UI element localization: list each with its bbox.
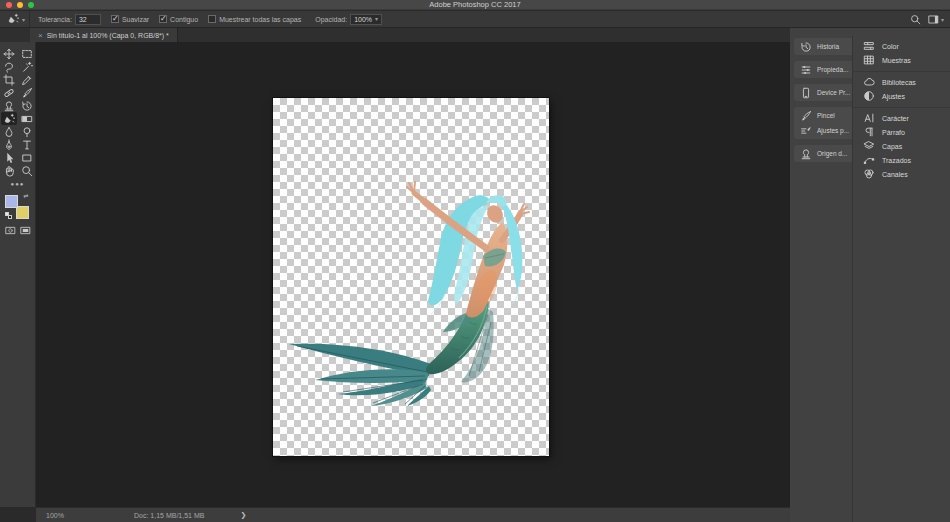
hand-icon — [3, 165, 15, 177]
clone-stamp-tool[interactable] — [1, 99, 17, 112]
lasso-icon — [3, 61, 15, 73]
workspace-switcher[interactable]: ▾ — [928, 14, 944, 25]
move-tool[interactable] — [1, 47, 17, 60]
edit-toolbar-ellipsis[interactable]: ●●● — [0, 181, 35, 187]
layers-icon — [862, 139, 876, 153]
magic-wand-tool[interactable] — [19, 60, 35, 73]
zoom-level-field[interactable]: 100% — [46, 512, 86, 519]
checkbox-suavizar[interactable]: Suavizar — [111, 15, 149, 23]
paragraph-icon — [862, 125, 876, 139]
brush-presets-icon — [799, 124, 813, 138]
history-brush-tool[interactable] — [19, 99, 35, 112]
color-icon — [862, 39, 876, 53]
tool-grid — [0, 47, 35, 177]
quick-mask-icon[interactable] — [5, 225, 16, 236]
magic-eraser-tool-icon — [6, 12, 20, 26]
panel-button-canales[interactable]: Canales — [853, 167, 950, 181]
magic-wand-icon — [21, 61, 33, 73]
properties-icon — [799, 63, 813, 77]
panel-button-ajustes-pincel[interactable]: Ajustes p... — [794, 123, 852, 138]
panel-button-parrafo[interactable]: Párrafo — [853, 125, 950, 139]
pen-tool[interactable] — [1, 138, 17, 151]
panel-button-pincel[interactable]: Pincel — [794, 108, 852, 123]
gradient-icon — [21, 113, 33, 125]
crop-tool[interactable] — [1, 73, 17, 86]
title-bar: Adobe Photoshop CC 2017 — [0, 0, 950, 10]
default-colors-icon[interactable] — [5, 212, 12, 219]
healing-brush-tool[interactable] — [1, 86, 17, 99]
gradient-tool[interactable] — [19, 112, 35, 125]
panel-button-device-preview[interactable]: Device Pr... — [794, 85, 852, 100]
tolerance-label: Tolerancia: — [38, 16, 72, 23]
type-tool[interactable] — [19, 138, 35, 151]
magic-eraser-tool[interactable] — [1, 112, 17, 125]
close-tab-icon[interactable]: × — [38, 31, 43, 40]
crop-icon — [3, 74, 15, 86]
tolerance-input[interactable]: 32 — [75, 14, 101, 25]
panel-button-ajustes[interactable]: Ajustes — [853, 89, 950, 103]
panel-button-historia[interactable]: Historia — [794, 39, 852, 54]
eyedropper-icon — [21, 74, 33, 86]
chevron-down-icon: ▾ — [22, 16, 25, 23]
panel-button-capas[interactable]: Capas — [853, 139, 950, 153]
opacity-label: Opacidad: — [315, 16, 347, 23]
checkbox-icon — [208, 15, 216, 23]
marquee-tool[interactable] — [19, 47, 35, 60]
history-brush-icon — [21, 100, 33, 112]
magic-eraser-icon — [3, 113, 15, 125]
document-tab[interactable]: × Sin título-1 al 100% (Capa 0, RGB/8*) … — [30, 28, 178, 42]
zoom-tool[interactable] — [19, 164, 35, 177]
checkbox-muestrear-todas-las-capas[interactable]: Muestrear todas las capas — [208, 15, 301, 23]
color-swatch-widget: ⇄ — [5, 193, 31, 219]
workspace-icon — [928, 14, 939, 25]
rectangle-tool[interactable] — [19, 151, 35, 164]
eyedropper-tool[interactable] — [19, 73, 35, 86]
libraries-icon — [862, 75, 876, 89]
search-icon[interactable] — [910, 14, 921, 25]
status-chevron-icon[interactable]: ❯ — [240, 511, 246, 519]
panel-left-column: HistoriaPropieda...Device Pr...PincelAju… — [790, 38, 852, 168]
document-tab-title: Sin título-1 al 100% (Capa 0, RGB/8*) * — [47, 32, 169, 39]
blur-tool[interactable] — [1, 125, 17, 138]
brush-tool[interactable] — [19, 86, 35, 99]
chevron-down-icon: ▾ — [941, 16, 944, 23]
panel-button-muestras[interactable]: Muestras — [853, 53, 950, 67]
screen-mode-icon[interactable] — [20, 225, 31, 236]
character-icon — [862, 111, 876, 125]
tool-options-bar: ▾ Tolerancia: 32 SuavizarContiguoMuestre… — [0, 11, 950, 28]
panel-button-bibliotecas[interactable]: Bibliotecas — [853, 75, 950, 89]
panel-right-column: ColorMuestrasBibliotecasAjustesCarácterP… — [852, 36, 950, 522]
checkbox-contiguo[interactable]: Contiguo — [159, 15, 198, 23]
brush-icon — [799, 109, 813, 123]
opacity-dropdown[interactable]: 100% ▾ — [350, 14, 382, 25]
panel-button-origen-duplicar[interactable]: Origen d... — [794, 146, 852, 161]
channels-icon — [862, 167, 876, 181]
tool-preset-picker[interactable]: ▾ — [0, 11, 30, 27]
tools-panel: ●●● ⇄ — [0, 42, 36, 507]
type-icon — [21, 139, 33, 151]
panel-button-caracter[interactable]: Carácter — [853, 111, 950, 125]
panel-button-trazados[interactable]: Trazados — [853, 153, 950, 167]
lasso-tool[interactable] — [1, 60, 17, 73]
status-bar: 100% Doc: 1,15 MB/1,51 MB ❯ — [36, 507, 790, 522]
swatches-icon — [862, 53, 876, 67]
hand-tool[interactable] — [1, 164, 17, 177]
dodge-tool[interactable] — [19, 125, 35, 138]
mermaid-artwork — [273, 98, 549, 456]
main-area: × Sin título-1 al 100% (Capa 0, RGB/8*) … — [0, 28, 950, 522]
panel-button-propiedades[interactable]: Propieda... — [794, 62, 852, 77]
document-tab-bar: × Sin título-1 al 100% (Capa 0, RGB/8*) … — [0, 28, 790, 42]
path-selection-icon — [3, 152, 15, 164]
blur-icon — [3, 126, 15, 138]
foreground-color-swatch[interactable] — [5, 195, 18, 208]
panel-button-color[interactable]: Color — [853, 39, 950, 53]
path-selection-tool[interactable] — [1, 151, 17, 164]
history-icon — [799, 40, 813, 54]
device-preview-icon — [799, 86, 813, 100]
dodge-icon — [21, 126, 33, 138]
checkbox-icon — [159, 15, 167, 23]
document-area[interactable] — [36, 42, 790, 507]
canvas[interactable] — [273, 98, 549, 456]
panel-dock: HistoriaPropieda...Device Pr...PincelAju… — [790, 28, 950, 522]
swap-colors-icon[interactable]: ⇄ — [24, 193, 31, 200]
